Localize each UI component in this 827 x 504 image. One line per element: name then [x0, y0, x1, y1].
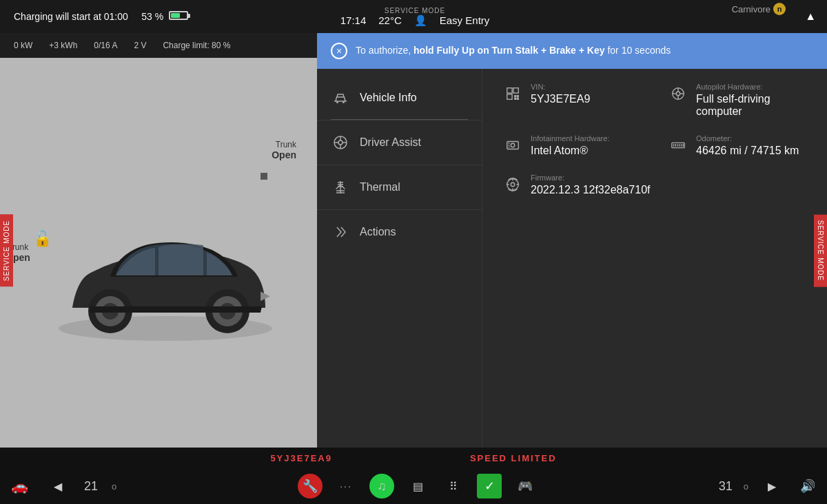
vin-icon	[503, 84, 522, 103]
charge-info-bar: 0 kW +3 kWh 0/16 A 2 V Charge limit: 80 …	[0, 33, 317, 58]
vin-speed-bar: 5YJ3E7EA9 SPEED LIMITED	[0, 448, 827, 468]
auth-close-button[interactable]: ×	[331, 43, 347, 59]
wifi-icon: ▲	[805, 10, 816, 23]
driver-assist-label: Driver Assist	[360, 136, 421, 149]
vin-label: VIN:	[531, 83, 590, 91]
firmware-icon	[503, 175, 522, 194]
right-speed-number: 31	[719, 479, 733, 494]
nav-item-actions[interactable]: Actions	[317, 210, 482, 254]
trunk-status: Open	[272, 149, 296, 160]
left-panel: SERVICE MODE 0 kW +3 kWh 0/16 A 2 V Char…	[0, 33, 317, 468]
vin-value: 5YJ3E7EA9	[531, 93, 590, 105]
nav-item-vehicle-info[interactable]: Vehicle Info	[317, 76, 482, 120]
status-right: Carnivore n ▲	[489, 10, 827, 23]
battery-percent: 53 %	[141, 11, 163, 22]
status-center: SERVICE MODE 17:14 22°C 👤 Easy Entry	[340, 7, 490, 27]
svg-rect-23	[513, 88, 518, 93]
auth-text-part1: To authorize,	[356, 45, 411, 56]
thermal-label: Thermal	[360, 181, 400, 193]
logo-text: Carnivore	[732, 4, 770, 14]
info-panel: VIN: 5YJ3E7EA9	[482, 69, 827, 468]
actions-icon	[331, 222, 350, 242]
forward-arrow[interactable]: ▶	[759, 474, 784, 498]
right-panel: SERVICE MODE × To authorize, hold Fully …	[317, 33, 827, 468]
actions-label: Actions	[360, 226, 396, 238]
trunk-indicator	[261, 173, 267, 180]
firmware-value: 2022.12.3 12f32e8a710f	[531, 184, 651, 196]
svg-point-9	[343, 101, 345, 103]
car-container: Frunk Open 🔓 Trunk Open	[0, 58, 317, 468]
menu-button[interactable]: ···	[334, 474, 358, 498]
svg-rect-25	[515, 96, 516, 97]
nav-item-driver-assist[interactable]: Driver Assist	[317, 120, 482, 165]
taskbar: 🚗 ◀ 21 o 🔧 ··· ♫ ▤ ⠿ ✓ 🎮 31 o ▶ 🔊	[0, 468, 827, 504]
status-bar: Charging will start at 01:00 53 % SERVIC…	[0, 0, 827, 33]
infotainment-icon	[503, 136, 522, 155]
vin-content: VIN: 5YJ3E7EA9	[531, 83, 590, 105]
nav-item-thermal[interactable]: Thermal	[317, 165, 482, 210]
odometer-label: Odometer:	[696, 134, 799, 143]
spotify-button[interactable]: ♫	[369, 474, 394, 498]
svg-point-36	[511, 143, 515, 147]
clock: 17:14	[340, 14, 367, 26]
wrench-button[interactable]: 🔧	[298, 474, 323, 498]
vehicle-info-icon	[331, 88, 350, 107]
charge-limit: Charge limit: 80 %	[163, 41, 230, 50]
back-arrow[interactable]: ◀	[45, 474, 70, 498]
auth-banner: × To authorize, hold Fully Up on Turn St…	[317, 33, 827, 69]
svg-rect-28	[517, 98, 518, 99]
infotainment-content: Infotainment Hardware: Intel Atom®	[531, 134, 609, 157]
left-speed-unit: o	[112, 481, 116, 492]
thermal-icon	[331, 178, 350, 197]
taskbar-center: 🔧 ··· ♫ ▤ ⠿ ✓ 🎮	[298, 474, 538, 498]
firmware-item: Firmware: 2022.12.3 12f32e8a710f	[503, 174, 806, 196]
temperature: 22°C	[378, 14, 402, 26]
taskbar-right: 31 o ▶ 🔊	[719, 474, 820, 498]
odometer-item: Odometer: 46426 mi / 74715 km	[668, 134, 806, 157]
content-area: Vehicle Info Driver Assist	[317, 69, 827, 468]
svg-rect-26	[517, 96, 518, 97]
auth-text-bold: hold Fully Up on Turn Stalk + Brake + Ke…	[414, 45, 604, 56]
vin-item: VIN: 5YJ3E7EA9	[503, 83, 641, 118]
main-area: SERVICE MODE 0 kW +3 kWh 0/16 A 2 V Char…	[0, 33, 827, 468]
service-mode-label: SERVICE MODE	[385, 7, 446, 14]
energy-value: +3 kWh	[49, 41, 77, 50]
user-mode: Easy Entry	[440, 14, 490, 26]
user-mode-icon: 👤	[414, 14, 427, 27]
right-speed-unit: o	[744, 481, 748, 492]
power-value: 0 kW	[14, 41, 32, 50]
auth-text-part3: for 10 seconds	[607, 45, 671, 56]
nav-menu: Vehicle Info Driver Assist	[317, 69, 482, 468]
auth-text: To authorize, hold Fully Up on Turn Stal…	[356, 44, 813, 58]
svg-rect-27	[515, 98, 516, 99]
firmware-content: Firmware: 2022.12.3 12f32e8a710f	[531, 174, 651, 196]
media-button[interactable]: ▤	[405, 474, 430, 498]
volume-button[interactable]: 🔊	[795, 474, 820, 498]
svg-point-11	[338, 140, 343, 145]
infotainment-value: Intel Atom®	[531, 145, 609, 157]
charging-text: Charging will start at 01:00	[14, 11, 128, 22]
dots-button[interactable]: ⠿	[441, 474, 466, 498]
driver-assist-icon	[331, 133, 350, 152]
odometer-value: 46426 mi / 74715 km	[696, 145, 799, 157]
svg-rect-22	[507, 88, 512, 93]
svg-point-8	[336, 101, 338, 103]
service-tab-left: SERVICE MODE	[0, 215, 13, 287]
current-value: 0/16 A	[94, 41, 117, 50]
vehicle-info-label: Vehicle Info	[360, 92, 417, 104]
left-speed-number: 21	[84, 479, 98, 494]
svg-point-47	[511, 182, 515, 187]
svg-rect-24	[507, 94, 512, 99]
firmware-label: Firmware:	[531, 174, 651, 182]
taskbar-left: 🚗 ◀ 21 o	[7, 474, 116, 498]
autopilot-icon	[668, 84, 688, 103]
charging-status: Charging will start at 01:00 53 %	[0, 11, 340, 22]
infotainment-label: Infotainment Hardware:	[531, 134, 609, 143]
autopilot-item: Autopilot Hardware: Full self-driving co…	[668, 83, 806, 118]
car-icon[interactable]: 🚗	[7, 474, 32, 498]
check-button[interactable]: ✓	[477, 474, 502, 498]
logo-area: Carnivore n	[732, 3, 786, 15]
car-svg: ▶	[34, 198, 296, 349]
game-button[interactable]: 🎮	[513, 474, 538, 498]
svg-point-30	[676, 92, 680, 96]
